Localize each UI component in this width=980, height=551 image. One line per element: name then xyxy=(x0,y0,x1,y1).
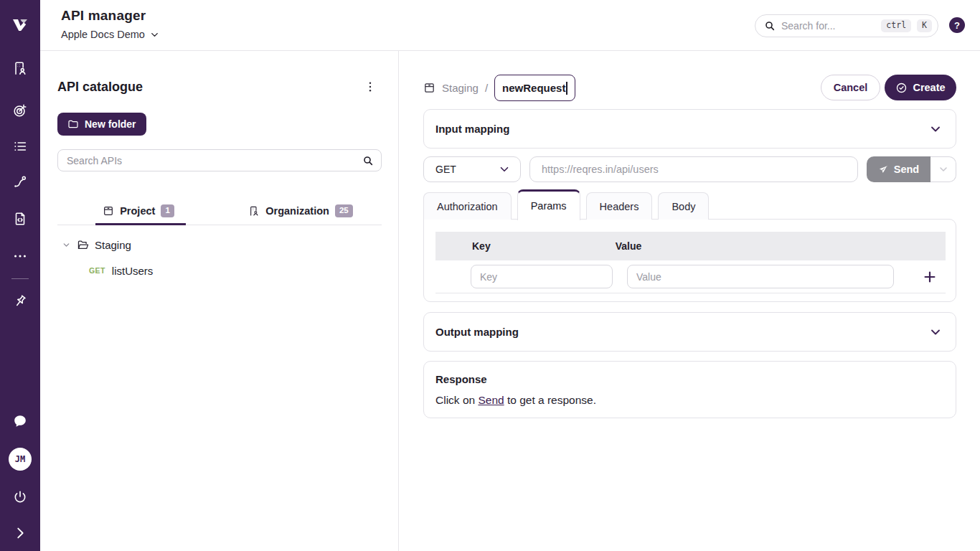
request-editor: Staging / newRequest Cancel Create Input… xyxy=(399,51,980,551)
catalogue-menu-button[interactable] xyxy=(364,80,377,94)
text-caret xyxy=(566,82,567,95)
search-apis-input[interactable] xyxy=(67,155,362,166)
add-param-button[interactable] xyxy=(922,269,938,285)
tree-folder-label: Staging xyxy=(95,239,131,251)
request-name-input[interactable]: newRequest xyxy=(494,75,575,101)
params-panel: Key Value xyxy=(423,219,956,302)
global-search-input[interactable] xyxy=(781,20,875,32)
more-icon[interactable] xyxy=(12,248,28,264)
search-apis-field[interactable] xyxy=(57,149,382,171)
tree-request-listusers[interactable]: GET listUsers xyxy=(89,263,153,278)
list-icon[interactable] xyxy=(12,138,28,154)
tab-project[interactable]: Project 1 xyxy=(57,199,220,222)
flow-icon[interactable] xyxy=(12,174,28,189)
breadcrumb: Staging / newRequest xyxy=(423,75,575,101)
cancel-button[interactable]: Cancel xyxy=(821,75,880,100)
search-icon xyxy=(764,20,776,32)
tab-body[interactable]: Body xyxy=(658,192,709,220)
topbar: API manager Apple Docs Demo ctrl K ? xyxy=(40,0,980,51)
page-title: API manager xyxy=(61,8,146,24)
params-row-divider xyxy=(435,293,946,293)
tab-params[interactable]: Params xyxy=(517,189,580,220)
url-field[interactable] xyxy=(529,156,858,182)
global-search[interactable]: ctrl K xyxy=(755,14,938,37)
output-mapping-accordion[interactable]: Output mapping xyxy=(423,312,956,352)
shortcut-k-key: K xyxy=(917,19,932,32)
shortcut-ctrl-key: ctrl xyxy=(881,19,911,32)
chevron-down-icon xyxy=(928,325,943,339)
workspace-selector[interactable]: Apple Docs Demo xyxy=(61,29,160,40)
chevron-down-icon xyxy=(938,164,949,175)
input-mapping-accordion[interactable]: Input mapping xyxy=(423,109,956,149)
value-column-header: Value xyxy=(616,240,642,252)
response-message-prefix: Click on xyxy=(435,394,478,406)
check-circle-icon xyxy=(895,82,908,94)
method-value: GET xyxy=(435,164,456,175)
tab-organization-label: Organization xyxy=(265,205,329,217)
chevron-down-icon xyxy=(149,29,160,40)
archive-box-icon xyxy=(103,205,114,217)
organization-icon xyxy=(248,205,260,217)
active-tab-underline xyxy=(95,223,186,225)
output-mapping-title: Output mapping xyxy=(435,326,519,338)
chevron-down-icon xyxy=(62,240,71,250)
target-icon[interactable] xyxy=(12,103,28,118)
app-rail: JM xyxy=(0,0,40,551)
workspace-name: Apple Docs Demo xyxy=(61,29,145,40)
send-split-button: Send xyxy=(867,156,956,182)
folder-icon xyxy=(67,118,79,130)
tab-organization[interactable]: Organization 25 xyxy=(220,199,382,222)
page: JM API manager Apple Docs Demo xyxy=(0,0,980,551)
response-message-suffix: to get a response. xyxy=(504,394,596,406)
organization-icon[interactable] xyxy=(12,60,28,76)
param-value-input[interactable] xyxy=(627,265,894,288)
new-folder-label: New folder xyxy=(85,118,136,130)
voiceflow-logo-icon[interactable] xyxy=(10,15,30,35)
chat-icon[interactable] xyxy=(12,413,28,429)
tab-project-label: Project xyxy=(120,205,155,217)
help-button[interactable]: ? xyxy=(949,17,965,33)
search-icon xyxy=(362,155,374,166)
open-folder-icon xyxy=(77,239,89,251)
send-label: Send xyxy=(894,164,919,175)
project-count-badge: 1 xyxy=(161,204,174,217)
tab-headers[interactable]: Headers xyxy=(586,192,653,220)
response-title: Response xyxy=(435,373,487,385)
request-name: listUsers xyxy=(112,265,154,277)
create-label: Create xyxy=(913,82,945,93)
catalogue-tabs: Project 1 Organization 25 xyxy=(57,199,382,222)
catalogue-title: API catalogue xyxy=(57,80,143,95)
api-doc-icon[interactable] xyxy=(12,211,28,227)
chevron-down-icon xyxy=(498,163,511,176)
create-button[interactable]: Create xyxy=(885,75,956,100)
request-bar: GET Send xyxy=(423,156,956,182)
response-panel: Response Click on Send to get a response… xyxy=(423,361,956,418)
request-config-tabs: Authorization Params Headers Body xyxy=(423,189,715,220)
input-mapping-title: Input mapping xyxy=(435,123,509,135)
organization-count-badge: 25 xyxy=(335,204,353,217)
expand-rail-icon[interactable] xyxy=(12,525,28,541)
tree-folder-staging[interactable]: Staging xyxy=(62,236,131,253)
avatar[interactable]: JM xyxy=(9,448,32,471)
chevron-down-icon xyxy=(928,122,943,136)
archive-box-icon xyxy=(423,82,435,94)
send-button[interactable]: Send xyxy=(867,156,930,182)
send-options-button[interactable] xyxy=(930,156,956,182)
tab-authorization[interactable]: Authorization xyxy=(423,192,512,220)
power-icon[interactable] xyxy=(12,489,28,505)
new-folder-button[interactable]: New folder xyxy=(57,113,146,136)
pin-icon[interactable] xyxy=(12,293,28,309)
request-name-value: newRequest xyxy=(502,82,565,94)
send-link[interactable]: Send xyxy=(478,394,504,406)
breadcrumb-folder[interactable]: Staging xyxy=(442,82,479,94)
param-key-input[interactable] xyxy=(471,265,613,288)
url-input[interactable] xyxy=(542,164,846,175)
params-row xyxy=(471,265,938,288)
paper-plane-icon xyxy=(878,164,889,175)
rail-divider xyxy=(11,278,29,279)
key-column-header: Key xyxy=(472,240,491,252)
method-select[interactable]: GET xyxy=(423,156,521,182)
api-catalogue-panel: API catalogue New folder Project xyxy=(40,51,399,551)
response-message: Click on Send to get a response. xyxy=(435,394,596,407)
params-table-header: Key Value xyxy=(435,232,946,260)
